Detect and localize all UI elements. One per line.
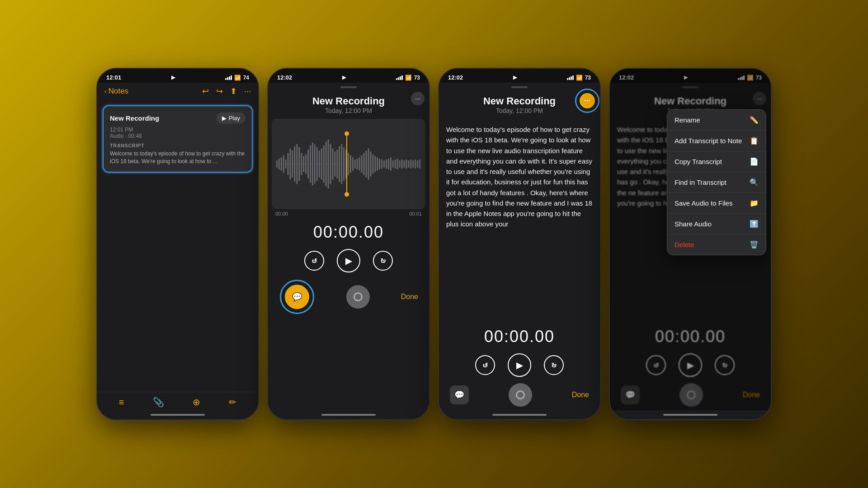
play-label: Play [229,115,240,122]
home-bar-2 [321,414,376,416]
phone2-recording-content: New Recording Today, 12:00 PM ··· [268,83,429,410]
home-bar-4 [663,414,717,416]
more-btn-highlight-container: ··· [575,88,600,113]
transcript-highlight-ring [280,280,314,314]
rename-label: Rename [675,116,700,124]
svg-rect-57 [401,160,403,169]
phone3-time: 12:02 [448,74,463,81]
note-meta: 12:01 PM Audio · 00:48 [110,127,245,139]
phone3-bottom-controls: 💬 Done [439,380,600,410]
attachment-icon[interactable]: 📎 [153,397,164,408]
svg-rect-52 [390,157,392,171]
svg-rect-42 [368,148,369,179]
svg-rect-60 [408,160,409,168]
note-card[interactable]: New Recording ▶ Play 12:01 PM Audio · 00… [103,105,253,173]
record-btn[interactable] [346,285,370,309]
svg-point-68 [344,192,349,197]
svg-rect-37 [357,159,358,169]
phone4-home-indicator [610,410,771,419]
phone2-recording-subtitle: Today, 12:00 PM [312,107,385,114]
transcript-small-btn-3[interactable]: 💬 [450,385,469,404]
svg-rect-13 [303,156,304,172]
phone2-more-btn[interactable]: ··· [411,92,425,105]
rewind-15-btn[interactable]: ↺ 15 [304,251,324,271]
rename-icon: ✏️ [750,116,759,124]
svg-rect-33 [348,153,349,175]
done-btn-3[interactable]: Done [572,391,589,399]
svg-rect-58 [404,160,405,168]
svg-rect-64 [417,160,418,168]
undo-icon[interactable]: ↩ [202,86,209,96]
svg-rect-38 [359,157,360,171]
svg-rect-50 [386,160,387,169]
rewind-number-3: 15 [483,363,487,368]
svg-rect-44 [372,154,373,174]
phone3-recording-subtitle: Today, 12:00 PM [483,107,556,114]
phone3-recording-title: New Recording [483,95,556,107]
drag-handle-3 [511,86,528,88]
phone1-back-btn[interactable]: ‹ Notes [104,87,128,96]
svg-rect-46 [377,157,378,171]
phone2-recording-title: New Recording [312,95,385,107]
phone3-status-bar: 12:02 ▶ 📶 73 [439,69,600,83]
menu-item-find-transcript[interactable]: Find in Transcript 🔍 [667,172,766,193]
back-label: Notes [108,87,128,96]
menu-item-share-audio[interactable]: Share Audio ⬆️ [667,214,766,235]
record-btn-3[interactable] [509,383,532,407]
more-options-icon[interactable]: ··· [244,87,251,96]
svg-rect-55 [397,159,398,169]
checklist-icon[interactable]: ≡ [119,397,124,408]
more-btn-highlight-ring [575,89,599,113]
back-arrow-icon: ‹ [104,88,107,95]
copy-transcript-label: Copy Transcript [675,158,722,165]
play-pause-btn[interactable]: ▶ [337,249,360,272]
phone1-bottom-toolbar: ≡ 📎 ⊕ ✏ [97,392,258,410]
phone3-timer: 00:00.00 [439,323,600,351]
svg-rect-34 [350,155,351,173]
phone3-location-icon: ▶ [513,75,517,80]
waveform-area [272,119,425,209]
menu-item-save-audio[interactable]: Save Audio to Files 📁 [667,193,766,214]
phone2-battery: 73 [414,75,420,81]
play-pause-btn-3[interactable]: ▶ [508,353,531,377]
play-button[interactable]: ▶ Play [217,113,245,124]
new-note-icon[interactable]: ✏ [229,397,236,408]
phone2-timer: 00:00.00 [268,218,429,246]
menu-item-copy-transcript[interactable]: Copy Transcript 📄 [667,151,766,172]
compose-icon[interactable]: ⊕ [193,397,200,408]
play-triangle-icon: ▶ [222,115,226,122]
forward-15-btn-3[interactable]: ↻ 15 [544,355,564,375]
redo-icon[interactable]: ↪ [216,86,223,96]
rewind-15-btn-3[interactable]: ↺ 15 [475,355,495,375]
svg-rect-40 [363,153,365,175]
add-transcript-icon: 📋 [750,136,759,145]
forward-number: 15 [381,259,385,263]
svg-point-67 [344,131,349,136]
svg-rect-47 [379,159,380,169]
phone1-time: 12:01 [106,74,121,81]
phone2-status-bar: 12:02 ▶ 📶 73 [268,69,429,83]
transcript-highlight-container: 💬 [279,279,315,315]
svg-rect-41 [366,150,367,177]
menu-item-rename[interactable]: Rename ✏️ [667,110,766,131]
phone-3: 12:02 ▶ 📶 73 New Recording Today, 12:00 … [438,68,601,420]
find-transcript-label: Find in Transcript [675,178,726,186]
phone1-signal [225,75,232,80]
find-transcript-icon: 🔍 [750,178,759,187]
svg-rect-35 [352,157,354,171]
svg-rect-20 [319,150,320,177]
menu-item-add-transcript[interactable]: Add Transcript to Note 📋 [667,131,766,151]
menu-item-delete[interactable]: Delete 🗑️ [667,235,766,255]
save-audio-icon: 📁 [750,199,759,207]
forward-15-btn[interactable]: ↻ 15 [373,251,393,271]
play-icon: ▶ [345,255,352,266]
phone1-content: ‹ Notes ↩ ↪ ⬆ ··· New Recording ▶ P [97,83,258,410]
delete-icon: 🗑️ [750,240,759,249]
home-bar [151,414,205,416]
share-icon[interactable]: ⬆ [230,86,237,96]
phone2-location-icon: ▶ [342,75,346,80]
done-btn[interactable]: Done [401,293,418,301]
phone2-status-right: 📶 73 [396,75,420,81]
phone3-recording-content: New Recording Today, 12:00 PM ··· Welcom… [439,83,600,410]
transcript-label: TRANSCRIPT [110,143,245,148]
